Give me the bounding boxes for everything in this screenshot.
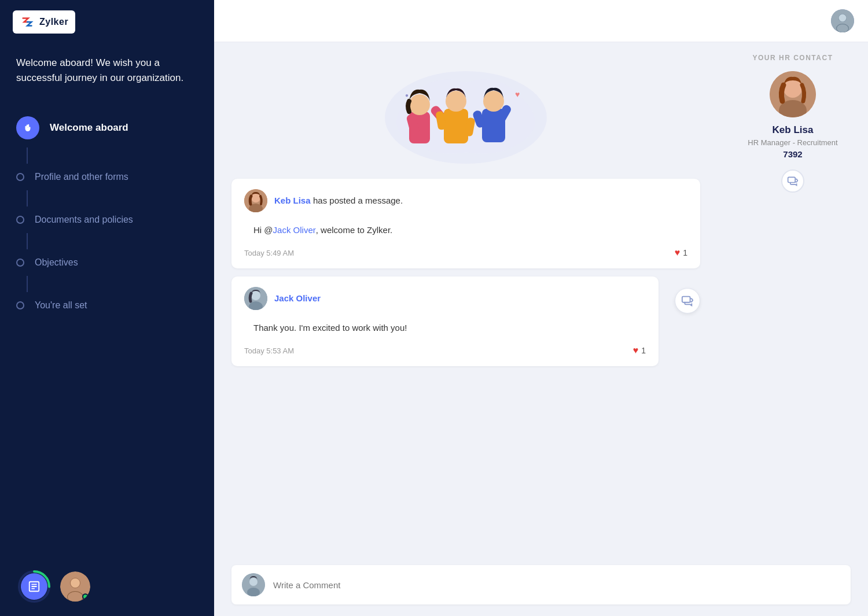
logo-text: Zylker (39, 17, 68, 27)
post-card-2: Jack Oliver Thank you. I'm excited to wo… (231, 276, 659, 366)
svg-point-41 (249, 578, 258, 586)
nav-dot-documents (16, 216, 24, 224)
hr-contact-name: Keb Lisa (773, 124, 814, 136)
post-card-1: Keb Lisa has posted a message. Hi @Jack … (231, 179, 700, 268)
sidebar-item-welcome[interactable]: Welcome aboard (0, 108, 214, 147)
post-footer-2: Today 5:53 AM ♥ 1 (244, 345, 646, 356)
post-header-1: Keb Lisa has posted a message. (244, 189, 687, 212)
top-user-avatar[interactable] (831, 9, 854, 32)
svg-text:●: ● (405, 92, 409, 98)
illustration-wrap: ♥ ● (231, 54, 700, 169)
like-count-2: 1 (641, 346, 646, 355)
sidebar-nav: Welcome aboard Profile and other forms D… (0, 102, 214, 557)
svg-point-7 (71, 578, 80, 588)
post-author-name-1[interactable]: Keb Lisa (274, 196, 311, 205)
post-body-1: Hi @Jack Oliver, welcome to Zylker. (244, 218, 687, 242)
nav-dot-objectives (16, 259, 24, 267)
post-author-avatar-1 (244, 189, 267, 212)
main-content: ♥ ● (214, 0, 868, 616)
sidebar: Zylker Welcome aboard! We wish you a suc… (0, 0, 214, 616)
post-mention[interactable]: Jack Oliver (273, 225, 316, 235)
reply-btn-wrap (659, 276, 700, 313)
current-user-avatar[interactable] (60, 571, 90, 602)
nav-dot-allset (16, 301, 24, 309)
jack-oliver-avatar (244, 287, 267, 310)
comment-user-avatar (242, 573, 265, 596)
svg-point-20 (446, 91, 466, 112)
post-time-1: Today 5:49 AM (244, 249, 294, 257)
sidebar-label-documents: Documents and policies (35, 215, 133, 225)
hr-contact-phone: 7392 (783, 149, 802, 159)
logo-box: Zylker (13, 10, 75, 34)
reply-button[interactable] (675, 288, 700, 313)
comment-input[interactable] (273, 580, 840, 590)
logo-area: Zylker (0, 0, 214, 44)
top-bar (214, 0, 868, 42)
hr-chat-button[interactable] (781, 169, 804, 193)
sidebar-label-profile: Profile and other forms (35, 172, 128, 182)
like-section-2: ♥ 1 (633, 345, 646, 356)
sidebar-item-allset[interactable]: You're all set (0, 292, 214, 319)
keb-lisa-avatar (244, 189, 267, 212)
nav-connector-2 (27, 190, 28, 206)
checklist-icon (28, 580, 41, 593)
nav-dot-welcome (16, 116, 39, 139)
post-body-suffix: , welcome to Zylker. (316, 225, 393, 235)
comment-box (231, 565, 851, 604)
svg-rect-39 (788, 177, 796, 182)
sidebar-label-objectives: Objectives (35, 257, 78, 268)
post-author-avatar-2 (244, 287, 267, 310)
post-body-prefix: Hi @ (253, 225, 273, 235)
hr-contact-avatar (770, 71, 816, 117)
post-header-2: Jack Oliver (244, 287, 646, 310)
post-meta-1: Keb Lisa has posted a message. (274, 196, 687, 206)
post-author-name-2[interactable]: Jack Oliver (274, 293, 321, 303)
tasks-icon-button[interactable] (21, 573, 47, 600)
post-row-2-wrap: Jack Oliver Thank you. I'm excited to wo… (231, 276, 700, 374)
post-body-2: Thank you. I'm excited to work with you! (244, 316, 646, 340)
hr-avatar-svg (770, 71, 816, 117)
like-section-1: ♥ 1 (675, 248, 687, 258)
feed-section: ♥ ● (214, 42, 718, 556)
like-count-1: 1 (683, 248, 687, 257)
hr-contact-title: HR Manager - Recruitment (748, 138, 837, 147)
sidebar-item-profile[interactable]: Profile and other forms (0, 164, 214, 190)
sidebar-item-objectives[interactable]: Objectives (0, 249, 214, 276)
content-area: ♥ ● (214, 42, 868, 556)
comment-avatar-svg (242, 573, 265, 596)
hand-icon (23, 123, 33, 133)
svg-text:♥: ♥ (515, 90, 520, 99)
nav-connector-4 (27, 276, 28, 292)
chat-icon (787, 175, 799, 187)
nav-connector-3 (27, 233, 28, 249)
zylker-logo-icon (20, 14, 36, 30)
sidebar-label-allset: You're all set (35, 300, 87, 311)
sidebar-tagline: Welcome aboard! We wish you a successful… (0, 44, 214, 102)
sidebar-bottom (0, 557, 214, 616)
svg-point-30 (251, 193, 260, 202)
online-status-dot (82, 593, 89, 600)
svg-point-37 (784, 79, 802, 98)
post-meta-2: Jack Oliver (274, 293, 646, 304)
post-footer-1: Today 5:49 AM ♥ 1 (244, 248, 687, 258)
sidebar-label-welcome: Welcome aboard (50, 122, 128, 134)
sidebar-item-documents[interactable]: Documents and policies (0, 206, 214, 233)
progress-ring-wrap (16, 569, 52, 604)
svg-rect-35 (682, 297, 690, 303)
post-row-1: Keb Lisa has posted a message. Hi @Jack … (244, 189, 687, 258)
comment-area (214, 556, 868, 616)
svg-rect-19 (444, 109, 468, 143)
welcome-illustration: ♥ ● (373, 54, 558, 169)
svg-point-12 (839, 14, 847, 22)
heart-icon-2[interactable]: ♥ (633, 345, 639, 356)
heart-icon-1[interactable]: ♥ (675, 248, 681, 258)
hr-section-label: YOUR HR CONTACT (753, 54, 833, 62)
svg-point-13 (837, 24, 848, 32)
nav-dot-profile (16, 173, 24, 181)
svg-point-33 (251, 291, 260, 300)
nav-connector-1 (27, 147, 28, 164)
post-time-2: Today 5:53 AM (244, 346, 294, 355)
hr-contact-panel: YOUR HR CONTACT Keb Lisa HR Manager - Re… (718, 42, 868, 556)
top-avatar-svg (831, 9, 854, 32)
svg-point-17 (409, 94, 430, 115)
